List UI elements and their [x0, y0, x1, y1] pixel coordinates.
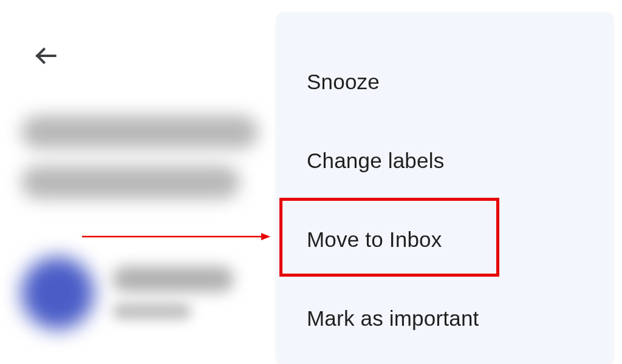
annotation-arrow-icon — [82, 231, 270, 243]
back-arrow-icon — [33, 42, 60, 72]
menu-item-move-to-inbox[interactable]: Move to Inbox — [276, 200, 613, 279]
menu-item-change-labels[interactable]: Change labels — [276, 121, 613, 200]
svg-marker-1 — [261, 233, 270, 240]
email-subject-blurred — [21, 115, 258, 149]
back-button[interactable] — [32, 42, 61, 72]
overflow-menu: Snooze Change labels Move to Inbox Mark … — [276, 12, 613, 364]
sender-avatar-blurred — [21, 257, 94, 329]
email-preview-blurred — [21, 115, 276, 329]
menu-item-mark-as-important[interactable]: Mark as important — [276, 279, 613, 358]
sender-info-blurred — [112, 303, 191, 320]
menu-item-snooze[interactable]: Snooze — [276, 42, 613, 121]
sender-name-blurred — [112, 266, 234, 292]
email-subject-blurred — [21, 166, 240, 199]
